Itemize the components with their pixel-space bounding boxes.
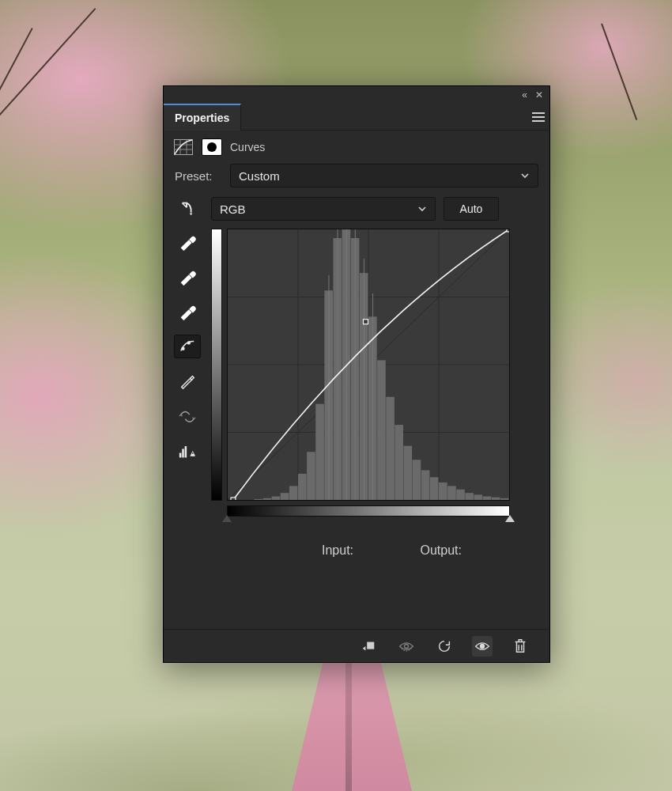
figure-dress [273, 641, 431, 791]
preset-label: Preset: [175, 169, 221, 183]
channel-value: RGB [220, 202, 246, 216]
svg-rect-61 [364, 320, 368, 324]
eyedropper-black-icon[interactable] [174, 230, 201, 254]
svg-rect-3 [175, 140, 193, 155]
layer-mask-icon[interactable] [202, 138, 222, 156]
reset-icon[interactable] [434, 636, 455, 657]
svg-rect-62 [507, 229, 509, 232]
preset-row: Preset: Custom [164, 159, 549, 192]
svg-point-64 [405, 644, 409, 648]
smooth-icon[interactable] [174, 404, 201, 428]
svg-point-14 [192, 455, 193, 456]
auto-button[interactable]: Auto [444, 197, 499, 221]
clip-warning-icon[interactable] [174, 439, 201, 463]
curves-toolbar [170, 229, 205, 545]
svg-rect-12 [185, 446, 187, 457]
channel-row: RGB Auto [164, 192, 549, 225]
output-label: Output: [420, 543, 461, 557]
svg-rect-10 [179, 453, 182, 458]
svg-rect-11 [182, 448, 184, 457]
eyedropper-gray-icon[interactable] [174, 265, 201, 289]
svg-rect-51 [430, 477, 439, 500]
svg-rect-31 [307, 452, 315, 500]
svg-point-9 [187, 342, 190, 344]
clip-to-layer-icon[interactable] [358, 636, 379, 657]
auto-label: Auto [460, 202, 483, 215]
properties-panel: « ✕ Properties Curves Preset: Custom [163, 85, 550, 663]
chevron-down-icon [520, 169, 530, 183]
svg-rect-28 [281, 493, 289, 500]
adjustment-type-label: Curves [230, 141, 265, 153]
panel-tabbar: Properties [164, 104, 549, 131]
svg-rect-46 [386, 397, 395, 500]
svg-rect-25 [254, 499, 262, 500]
svg-rect-52 [439, 483, 447, 500]
svg-rect-54 [456, 490, 465, 500]
pencil-icon[interactable] [174, 369, 201, 393]
tab-properties[interactable]: Properties [164, 104, 241, 131]
panel-footer [164, 629, 549, 662]
svg-point-8 [182, 347, 184, 350]
output-gradient [211, 229, 222, 501]
svg-rect-29 [289, 486, 298, 500]
curves-main: Input: Output: [164, 225, 549, 548]
svg-rect-26 [263, 498, 272, 500]
adjustment-type-row: Curves [164, 131, 549, 159]
svg-rect-49 [413, 460, 421, 500]
curve-point-icon[interactable] [174, 335, 201, 358]
svg-rect-57 [483, 497, 492, 500]
preset-value: Custom [239, 169, 280, 183]
svg-rect-63 [367, 642, 374, 649]
svg-rect-45 [377, 360, 386, 500]
io-readout: Input: Output: [211, 521, 496, 558]
curves-graph[interactable] [227, 229, 510, 501]
svg-point-65 [481, 644, 485, 648]
svg-rect-59 [500, 498, 509, 500]
hand-target-icon[interactable] [172, 197, 203, 221]
view-previous-icon[interactable] [396, 636, 417, 657]
svg-rect-30 [298, 474, 307, 500]
svg-rect-27 [272, 497, 281, 500]
input-label: Input: [322, 543, 353, 557]
input-gradient [227, 505, 510, 517]
collapse-icon[interactable]: « [522, 89, 527, 100]
panel-titlebar: « ✕ [164, 86, 549, 104]
svg-rect-47 [395, 425, 403, 500]
channel-dropdown[interactable]: RGB [211, 197, 436, 221]
panel-menu-icon[interactable] [527, 112, 549, 122]
trash-icon[interactable] [510, 636, 530, 657]
preset-dropdown[interactable]: Custom [230, 164, 538, 187]
svg-rect-60 [231, 498, 236, 500]
close-icon[interactable]: ✕ [535, 89, 543, 100]
visibility-icon[interactable] [472, 636, 493, 657]
svg-rect-32 [315, 404, 324, 500]
white-point-slider[interactable] [505, 515, 515, 522]
svg-rect-56 [474, 494, 483, 500]
curves-graph-area: Input: Output: [211, 229, 538, 545]
curves-adjustment-icon[interactable] [173, 138, 194, 156]
svg-rect-48 [404, 446, 413, 500]
svg-rect-53 [447, 486, 456, 500]
eyedropper-white-icon[interactable] [174, 300, 201, 324]
svg-rect-50 [421, 470, 430, 500]
svg-rect-55 [465, 493, 474, 500]
svg-rect-58 [492, 498, 500, 500]
chevron-down-icon [417, 202, 427, 216]
tab-label: Properties [175, 112, 229, 124]
